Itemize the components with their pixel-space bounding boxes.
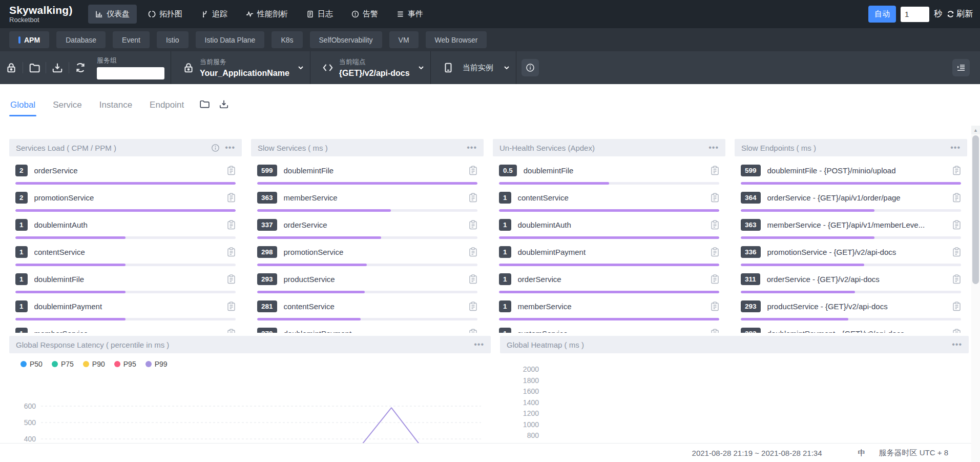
dashboard-tab-istio[interactable]: Istio xyxy=(157,31,189,48)
list-item[interactable]: 1contentService xyxy=(499,185,719,212)
more-menu-icon[interactable]: ••• xyxy=(474,342,484,347)
clipboard-icon[interactable] xyxy=(227,193,236,203)
list-item[interactable]: 270doublemintPayment xyxy=(257,320,477,333)
clipboard-icon[interactable] xyxy=(711,193,719,203)
clipboard-icon[interactable] xyxy=(711,166,719,175)
info-icon[interactable] xyxy=(211,144,220,152)
list-item[interactable]: 1doublemintFile xyxy=(15,266,236,293)
more-menu-icon[interactable]: ••• xyxy=(467,145,477,150)
nav-item-event[interactable]: 事件 xyxy=(389,5,430,24)
info-button[interactable] xyxy=(522,59,539,76)
list-item[interactable]: 298promotionService xyxy=(257,239,477,266)
page-scrollbar[interactable]: ▲ xyxy=(971,126,980,462)
current-endpoint-selector[interactable]: 当前端点 {GET}/v2/api-docs xyxy=(311,57,429,78)
list-item[interactable]: 293productService - {GET}/v2/api-docs xyxy=(741,293,961,320)
list-item[interactable]: 0.5doublemintFile xyxy=(499,157,719,185)
scroll-up-arrow[interactable]: ▲ xyxy=(971,126,980,134)
clipboard-icon[interactable] xyxy=(469,247,477,257)
list-item[interactable]: 1doublemintPayment xyxy=(15,293,236,320)
nav-item-alarm[interactable]: 告警 xyxy=(344,5,385,24)
clipboard-icon[interactable] xyxy=(952,220,961,230)
lock-icon[interactable] xyxy=(6,62,17,73)
nav-item-trace[interactable]: 追踪 xyxy=(194,5,235,24)
clipboard-icon[interactable] xyxy=(469,329,477,333)
more-menu-icon[interactable]: ••• xyxy=(225,145,235,150)
nav-item-topology[interactable]: 拓扑图 xyxy=(141,5,190,24)
dashboard-tab-istio-data-plane[interactable]: Istio Data Plane xyxy=(196,31,265,48)
chevron-down-icon[interactable] xyxy=(504,65,510,71)
dashboard-tab-k8s[interactable]: K8s xyxy=(272,31,302,48)
list-item[interactable]: 364orderService - {GET}/api/v1/order/pag… xyxy=(741,185,961,212)
clipboard-icon[interactable] xyxy=(952,302,961,311)
clipboard-icon[interactable] xyxy=(227,247,236,257)
list-item[interactable]: 1memberService xyxy=(15,320,236,333)
swap-refresh-icon[interactable] xyxy=(75,62,86,73)
clipboard-icon[interactable] xyxy=(469,302,477,311)
dashboard-tab-event[interactable]: Event xyxy=(113,31,150,48)
list-item[interactable]: 336promotionService - {GET}/v2/api-docs xyxy=(741,239,961,266)
clipboard-icon[interactable] xyxy=(952,166,961,175)
clipboard-icon[interactable] xyxy=(227,220,236,230)
clipboard-icon[interactable] xyxy=(469,220,477,230)
list-item[interactable]: 1memberService xyxy=(499,293,719,320)
service-group-input[interactable] xyxy=(97,67,164,79)
view-tab-endpoint[interactable]: Endpoint xyxy=(150,100,184,116)
clipboard-icon[interactable] xyxy=(952,274,961,284)
nav-item-dashboard[interactable]: 仪表盘 xyxy=(88,5,137,24)
interval-input[interactable] xyxy=(901,7,929,22)
list-item[interactable]: 2promotionService xyxy=(15,185,236,212)
dashboard-tab-selfobservability[interactable]: SelfObservability xyxy=(310,31,382,48)
scrollbar-thumb[interactable] xyxy=(972,135,979,284)
export-download-icon[interactable] xyxy=(219,99,229,109)
service-lock-icon[interactable] xyxy=(183,62,194,73)
refresh-button[interactable]: 刷新 xyxy=(947,9,973,19)
list-item[interactable]: 1doublemintAuth xyxy=(499,212,719,239)
view-tab-service[interactable]: Service xyxy=(53,100,82,116)
import-folder-icon[interactable] xyxy=(199,99,210,109)
dashboard-tab-web-browser[interactable]: Web Browser xyxy=(426,31,487,48)
download-icon[interactable] xyxy=(52,62,63,73)
clipboard-icon[interactable] xyxy=(227,274,236,284)
folder-icon[interactable] xyxy=(29,62,40,73)
clipboard-icon[interactable] xyxy=(469,166,477,175)
chevron-down-icon[interactable] xyxy=(418,65,424,71)
more-menu-icon[interactable]: ••• xyxy=(950,145,961,150)
list-item[interactable]: 363memberService - {GET}/api/v1/memberLe… xyxy=(741,212,961,239)
time-range-label[interactable]: 2021-08-28 21:19 ~ 2021-08-28 21:34 xyxy=(692,449,822,457)
dashboard-tab-vm[interactable]: VM xyxy=(389,31,419,48)
dashboard-tab-apm[interactable]: APM xyxy=(9,31,49,48)
clipboard-icon[interactable] xyxy=(711,247,719,257)
more-menu-icon[interactable]: ••• xyxy=(952,342,962,347)
more-menu-icon[interactable]: ••• xyxy=(708,145,719,150)
clipboard-icon[interactable] xyxy=(711,329,719,333)
clipboard-icon[interactable] xyxy=(711,220,719,230)
clipboard-icon[interactable] xyxy=(469,193,477,203)
chevron-down-icon[interactable] xyxy=(298,65,304,71)
app-logo[interactable]: Skywalking) Rocketbot xyxy=(9,5,76,24)
language-toggle[interactable]: 中 xyxy=(858,448,866,458)
current-service-selector[interactable]: 当前服务 Your_ApplicationName xyxy=(172,57,309,78)
list-item[interactable]: 599doublemintFile xyxy=(257,157,477,185)
clipboard-icon[interactable] xyxy=(711,302,719,311)
auto-button[interactable]: 自动 xyxy=(868,6,896,23)
list-item[interactable]: 337orderService xyxy=(257,212,477,239)
clipboard-icon[interactable] xyxy=(227,166,236,175)
clipboard-icon[interactable] xyxy=(952,193,961,203)
list-item[interactable]: 1doublemintPayment xyxy=(499,239,719,266)
list-item[interactable]: 293productService xyxy=(257,266,477,293)
list-item[interactable]: 1doublemintAuth xyxy=(15,212,236,239)
view-tab-global[interactable]: Global xyxy=(10,100,35,116)
list-item[interactable]: 2orderService xyxy=(15,157,236,185)
nav-item-profile[interactable]: 性能剖析 xyxy=(239,5,295,24)
clipboard-icon[interactable] xyxy=(469,274,477,284)
list-item[interactable]: 599doublemintFile - {POST}/minio/upload xyxy=(741,157,961,185)
clipboard-icon[interactable] xyxy=(227,302,236,311)
panel-toggle-button[interactable] xyxy=(952,59,970,76)
clipboard-icon[interactable] xyxy=(952,329,961,333)
list-item[interactable]: 363memberService xyxy=(257,185,477,212)
current-instance-selector[interactable]: 当前实例 xyxy=(432,62,515,73)
list-item[interactable]: 1systemService xyxy=(499,320,719,333)
dashboard-tab-database[interactable]: Database xyxy=(56,31,106,48)
view-tab-instance[interactable]: Instance xyxy=(99,100,132,116)
clipboard-icon[interactable] xyxy=(227,329,236,333)
